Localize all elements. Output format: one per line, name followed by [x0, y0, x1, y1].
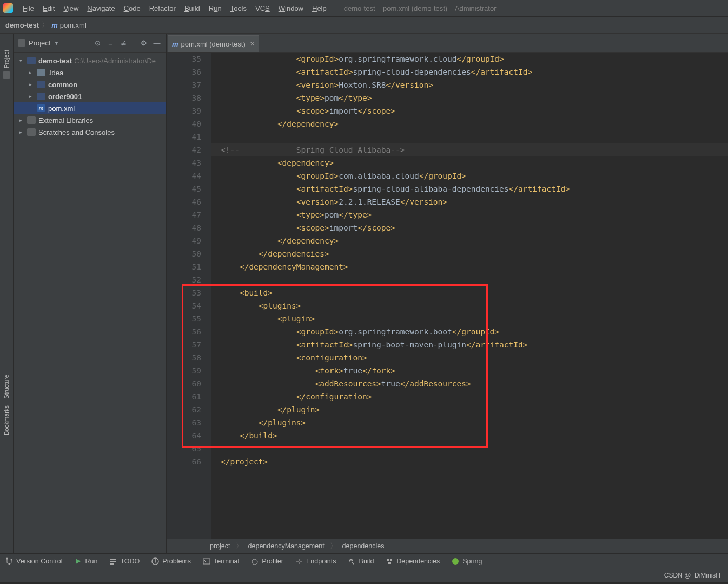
module-icon	[37, 81, 45, 88]
editor-tabs: m pom.xml (demo-test) ✕	[167, 34, 728, 53]
nav-file[interactable]: pom.xml	[60, 21, 87, 29]
left-tool-strip-lower: Structure Bookmarks	[0, 368, 13, 442]
toolwindow-profiler[interactable]: Profiler	[251, 557, 283, 565]
menu-edit[interactable]: Edit	[43, 4, 55, 12]
code-area[interactable]: 3536373839404142434445464748495051525354…	[167, 53, 728, 539]
select-opened-file-icon[interactable]: ⊙	[92, 38, 102, 48]
label: Terminal	[214, 557, 239, 565]
watermark: CSDN @_DiMinisH	[664, 572, 720, 579]
toolwindow-build[interactable]: Build	[348, 557, 374, 565]
status-toggle-icon[interactable]	[9, 572, 16, 579]
nav-project[interactable]: demo-test	[5, 21, 39, 29]
tree-node-common[interactable]: ▸ common	[14, 78, 166, 90]
menu-vcs[interactable]: VCS	[255, 4, 270, 12]
hide-icon[interactable]: —	[152, 38, 162, 48]
label: Profiler	[262, 557, 283, 565]
crumb-project[interactable]: project	[210, 542, 230, 550]
chevron-right-icon: 〉	[330, 542, 337, 551]
close-icon[interactable]: ✕	[250, 41, 255, 48]
code-body[interactable]: <groupId>org.springframework.cloud</grou…	[211, 53, 728, 539]
main-area: Project Structure Bookmarks Project ▼ ⊙ …	[0, 34, 728, 553]
bottom-tool-bar: Version Control Run TODO Problems Termin…	[0, 553, 728, 569]
tree-node-order9001[interactable]: ▸ order9001	[14, 90, 166, 102]
branch-icon	[5, 557, 13, 565]
menu-view[interactable]: View	[63, 4, 78, 12]
maven-icon: m	[37, 104, 45, 112]
menu-refactor[interactable]: Refactor	[149, 4, 176, 12]
left-tool-strip: Project Structure Bookmarks	[0, 34, 14, 553]
project-tree[interactable]: ▾ demo-test C:\Users\Administrator\De ▸ …	[14, 53, 166, 140]
editor-breadcrumbs: project 〉 dependencyManagement 〉 depende…	[167, 539, 728, 553]
toolwindow-endpoints[interactable]: Endpoints	[295, 557, 336, 565]
tree-label: pom.xml	[48, 104, 75, 113]
library-icon	[27, 116, 36, 124]
menu-build[interactable]: Build	[184, 4, 200, 12]
terminal-icon	[203, 557, 210, 565]
toolwindow-spring[interactable]: Spring	[452, 557, 482, 565]
tree-label: order9001	[48, 93, 82, 101]
gutter[interactable]: 3536373839404142434445464748495051525354…	[167, 53, 211, 539]
menu-code[interactable]: Code	[124, 4, 141, 12]
svg-point-1	[11, 559, 12, 561]
todo-icon	[109, 557, 117, 565]
tree-scratches[interactable]: ▸ Scratches and Consoles	[14, 126, 166, 138]
status-bar: CSDN @_DiMinisH	[0, 569, 728, 582]
chevron-right-icon[interactable]: ▸	[27, 94, 34, 99]
folder-icon	[37, 69, 45, 76]
toolwindow-run[interactable]: Run	[74, 557, 97, 565]
toolwindow-terminal[interactable]: Terminal	[203, 557, 239, 565]
svg-point-0	[6, 558, 8, 560]
tree-external-libraries[interactable]: ▸ External Libraries	[14, 114, 166, 126]
chevron-right-icon[interactable]: ▸	[27, 82, 34, 87]
tab-pom[interactable]: m pom.xml (demo-test) ✕	[168, 35, 259, 52]
chevron-right-icon: 〉	[42, 20, 49, 30]
deps-icon	[386, 557, 393, 565]
chevron-right-icon[interactable]: ▸	[17, 129, 24, 135]
toolwindow-structure-tab[interactable]: Structure	[3, 375, 10, 399]
toolwindow-dependencies[interactable]: Dependencies	[386, 557, 440, 565]
tree-node-idea[interactable]: ▸ .idea	[14, 67, 166, 78]
menu-bar: File Edit View Navigate Code Refactor Bu…	[0, 0, 728, 17]
menu-help[interactable]: Help	[312, 4, 327, 12]
svg-rect-3	[110, 559, 116, 560]
menu-window[interactable]: Window	[279, 4, 303, 12]
menu-navigate[interactable]: Navigate	[87, 4, 115, 12]
label: Build	[359, 557, 374, 565]
tree-label: External Libraries	[38, 116, 93, 124]
svg-rect-13	[390, 559, 392, 561]
label: Version Control	[16, 557, 62, 565]
crumb-deps[interactable]: dependencies	[342, 542, 385, 550]
module-icon	[27, 57, 36, 64]
crumb-depmgmt[interactable]: dependencyManagement	[248, 542, 325, 550]
chevron-right-icon[interactable]: ▸	[27, 70, 34, 75]
gear-icon[interactable]: ⚙	[139, 38, 149, 48]
tree-node-pom[interactable]: m pom.xml	[14, 102, 166, 114]
tab-label: pom.xml (demo-test)	[181, 40, 246, 48]
toolwindow-bookmarks-tab[interactable]: Bookmarks	[3, 405, 10, 435]
toolwindow-problems[interactable]: Problems	[151, 557, 191, 565]
toolwindow-todo[interactable]: TODO	[109, 557, 140, 565]
project-view-label[interactable]: Project	[29, 39, 50, 47]
play-icon	[74, 557, 82, 565]
toolwindow-vcs[interactable]: Version Control	[5, 557, 62, 565]
chevron-down-icon[interactable]: ▼	[54, 40, 59, 46]
chevron-down-icon[interactable]: ▾	[17, 58, 24, 63]
menu-run[interactable]: Run	[209, 4, 222, 12]
chevron-right-icon[interactable]: ▸	[17, 117, 24, 123]
menu-file[interactable]: File	[23, 4, 34, 12]
collapse-all-icon[interactable]: ≢	[118, 38, 128, 48]
svg-point-15	[452, 558, 459, 565]
svg-rect-4	[110, 561, 116, 562]
menu-tools[interactable]: Tools	[230, 4, 247, 12]
toolwindow-project-tab[interactable]: Project	[3, 50, 10, 68]
warning-icon	[151, 557, 159, 565]
window-title: demo-test – pom.xml (demo-test) – Admini…	[344, 4, 497, 12]
svg-point-2	[9, 563, 10, 565]
tree-root-path: C:\Users\Administrator\De	[74, 57, 156, 65]
expand-all-icon[interactable]: ≡	[105, 38, 115, 48]
tree-root[interactable]: ▾ demo-test C:\Users\Administrator\De	[14, 55, 166, 67]
module-icon	[37, 93, 45, 100]
maven-icon: m	[51, 21, 58, 29]
tree-label: .idea	[48, 69, 63, 77]
tree-label: Scratches and Consoles	[38, 128, 115, 136]
